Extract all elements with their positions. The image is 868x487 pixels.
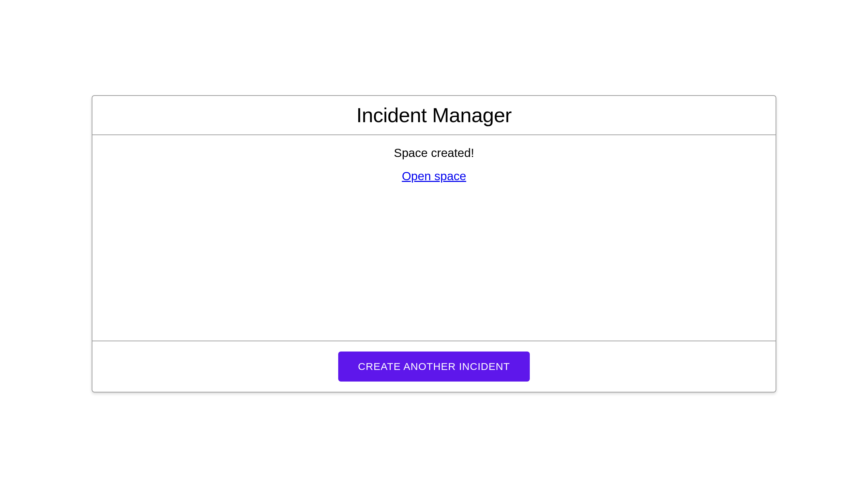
incident-manager-card: Incident Manager Space created! Open spa…	[92, 95, 776, 392]
card-header: Incident Manager	[92, 96, 776, 135]
open-space-link[interactable]: Open space	[402, 169, 466, 183]
card-body: Space created! Open space	[92, 135, 776, 341]
page-title: Incident Manager	[92, 103, 776, 127]
create-another-incident-button[interactable]: CREATE ANOTHER INCIDENT	[338, 352, 530, 382]
card-footer: CREATE ANOTHER INCIDENT	[92, 341, 776, 392]
status-message: Space created!	[92, 146, 776, 160]
